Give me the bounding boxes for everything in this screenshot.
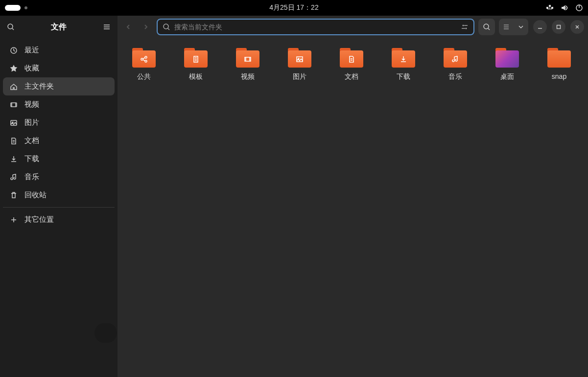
sidebar-item-videos[interactable]: 视频 — [3, 95, 115, 114]
activities-pill — [5, 5, 21, 11]
system-tray[interactable] — [546, 4, 583, 12]
sidebar-item-label: 其它位置 — [24, 215, 54, 224]
trash-icon — [10, 191, 18, 199]
folder-snap[interactable]: snap — [547, 48, 571, 81]
sidebar-item-trash[interactable]: 回收站 — [3, 186, 115, 204]
search-toggle-button[interactable] — [478, 19, 495, 35]
sidebar-item-label: 音乐 — [24, 172, 39, 182]
sidebar-item-label: 主文件夹 — [24, 82, 54, 91]
view-menu-button[interactable] — [514, 19, 528, 35]
doc-icon — [347, 55, 356, 64]
svg-rect-34 — [557, 25, 561, 29]
close-icon — [575, 24, 580, 29]
folder-label: 图片 — [293, 72, 306, 81]
sidebar-item-documents[interactable]: 文档 — [3, 132, 115, 150]
doc-icon — [10, 137, 18, 145]
list-icon — [503, 24, 510, 30]
chevron-down-icon — [517, 24, 524, 30]
toolbar — [118, 16, 588, 38]
datetime-label[interactable]: 4月25日 17：22 — [269, 3, 318, 12]
folder-label: 桌面 — [500, 72, 514, 81]
svg-point-39 — [145, 60, 147, 62]
sidebar-item-pictures[interactable]: 图片 — [3, 114, 115, 132]
activities-area[interactable] — [5, 5, 27, 11]
clock-icon — [10, 47, 18, 54]
template-icon — [191, 55, 200, 64]
svg-rect-2 — [551, 7, 553, 9]
folder-downloads[interactable]: 下载 — [392, 48, 415, 81]
folder-public[interactable]: 公共 — [132, 48, 156, 81]
sidebar-item-other-locations[interactable]: 其它位置 — [3, 211, 115, 229]
sidebar-divider — [3, 207, 115, 208]
svg-point-26 — [466, 28, 467, 29]
folder-label: 视频 — [241, 72, 255, 81]
app-title: 文件 — [21, 22, 97, 32]
svg-rect-1 — [549, 5, 551, 7]
filter-icon[interactable] — [461, 23, 469, 31]
sidebar-item-label: 视频 — [24, 100, 39, 109]
close-button[interactable] — [570, 20, 584, 34]
minimize-icon — [538, 24, 542, 29]
svg-point-38 — [145, 56, 147, 58]
power-icon — [575, 4, 583, 12]
folder-documents[interactable]: 文档 — [340, 48, 363, 81]
sidebar-item-label: 最近 — [24, 46, 39, 55]
svg-point-22 — [164, 24, 168, 29]
folder-label: 下载 — [397, 72, 410, 81]
video-icon — [243, 55, 252, 64]
hamburger-icon[interactable] — [103, 23, 111, 31]
sidebar-item-home[interactable]: 主文件夹 — [3, 77, 115, 95]
sidebar-item-music[interactable]: 音乐 — [3, 168, 115, 186]
maximize-button[interactable] — [552, 20, 565, 34]
music-icon — [451, 55, 460, 64]
folder-label: 模板 — [189, 72, 203, 81]
forward-button[interactable] — [139, 20, 153, 34]
folder-grid[interactable]: 公共 模板 视频 图片 文档 下载 — [118, 38, 588, 91]
list-view-button[interactable] — [499, 19, 514, 35]
sidebar-item-label: 回收站 — [24, 190, 47, 200]
folder-label: 音乐 — [448, 72, 462, 81]
sidebar-item-downloads[interactable]: 下载 — [3, 150, 115, 168]
sidebar-nav: 最近 收藏 主文件夹 视频 图片 文档 — [0, 38, 118, 232]
sidebar-item-starred[interactable]: 收藏 — [3, 59, 115, 77]
search-icon[interactable] — [7, 23, 15, 31]
folder-templates[interactable]: 模板 — [184, 48, 208, 81]
svg-point-7 — [8, 24, 13, 29]
folder-desktop[interactable]: 桌面 — [495, 48, 519, 81]
back-button[interactable] — [121, 20, 135, 34]
video-icon — [10, 101, 18, 109]
sidebar-item-label: 文档 — [24, 136, 39, 145]
sidebar-header: 文件 — [0, 16, 118, 38]
folder-label: snap — [552, 72, 566, 80]
workspace-dot — [24, 6, 27, 9]
image-icon — [295, 55, 304, 64]
system-topbar: 4月25日 17：22 — [0, 0, 588, 16]
view-switcher — [499, 19, 528, 35]
svg-line-29 — [488, 28, 490, 30]
svg-point-28 — [484, 24, 489, 29]
download-icon — [10, 155, 18, 163]
folder-videos[interactable]: 视频 — [236, 48, 259, 81]
folder-music[interactable]: 音乐 — [444, 48, 467, 81]
svg-point-37 — [141, 58, 143, 60]
sidebar-item-recent[interactable]: 最近 — [3, 41, 115, 59]
search-icon — [163, 23, 170, 31]
search-box[interactable] — [157, 19, 474, 35]
svg-point-24 — [463, 25, 464, 26]
folder-label: 公共 — [137, 72, 151, 81]
search-input[interactable] — [174, 23, 457, 31]
minimize-button[interactable] — [533, 20, 547, 34]
search-icon — [483, 23, 491, 31]
content-area: 公共 模板 视频 图片 文档 下载 — [118, 16, 588, 377]
sidebar-item-label: 图片 — [24, 118, 39, 127]
plus-icon — [10, 216, 18, 224]
music-icon — [10, 173, 18, 181]
volume-icon — [561, 4, 568, 12]
svg-line-40 — [143, 58, 145, 59]
home-icon — [10, 83, 18, 91]
image-icon — [10, 119, 18, 127]
svg-line-8 — [12, 28, 14, 30]
folder-pictures[interactable]: 图片 — [288, 48, 311, 81]
share-icon — [140, 55, 148, 64]
svg-rect-4 — [547, 9, 552, 9]
